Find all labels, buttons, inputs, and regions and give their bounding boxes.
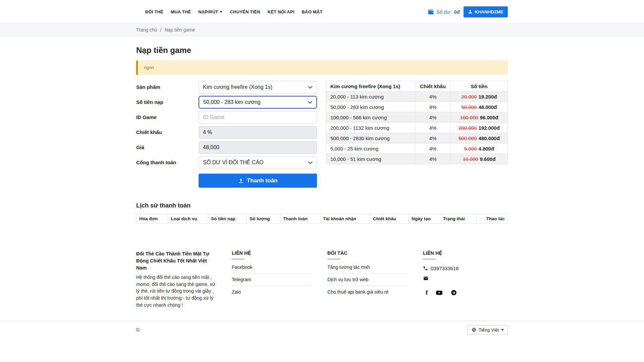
footer-about: Đổi Thẻ Cào Thành Tiền Mặt Tự Động Chiết… bbox=[136, 250, 232, 309]
amount-cell: 500.000480.000đ bbox=[451, 133, 508, 143]
pay-button[interactable]: Thanh toán bbox=[199, 174, 317, 188]
nav-item-bao-mat[interactable]: BẢO MẬT bbox=[298, 6, 326, 18]
chevron-down-icon bbox=[308, 160, 313, 165]
new-price: 192.000đ bbox=[478, 125, 499, 131]
breadcrumb-separator: / bbox=[160, 27, 162, 33]
facebook-icon[interactable]: f bbox=[426, 289, 428, 296]
footer-partners-title: ĐỐI TÁC bbox=[327, 250, 408, 256]
new-price: 4.800đ bbox=[478, 146, 494, 152]
phone-icon bbox=[423, 266, 428, 271]
history-header-row: Hóa đơn Loại dịch vụ Số tiền nạp Số lượn… bbox=[137, 214, 508, 224]
username: KHANHDZME bbox=[475, 9, 503, 14]
chevron-down-icon bbox=[308, 85, 313, 89]
table-row: 500,000 - 2830 kim cương 4% 500.000480.0… bbox=[326, 133, 508, 143]
price-table-header-row: Kim cương freefire (Xong 1s) Chiết khấu … bbox=[326, 81, 508, 92]
history-col-discount: Chiết khấu bbox=[370, 214, 409, 224]
nav-item-nap-rut[interactable]: NẠP/RÚT bbox=[195, 6, 226, 18]
main-nav: ĐỔI THẺ MUA THẺ NẠP/RÚT CHUYỂN TIỀN KẾT … bbox=[136, 6, 326, 18]
amount-select-value: 50,000 - 283 kim cương bbox=[203, 99, 261, 105]
id-game-label: ID Game bbox=[136, 111, 199, 124]
nav-item-doi-the[interactable]: ĐỔI THẺ bbox=[142, 6, 167, 18]
old-price: 5.000 bbox=[464, 146, 477, 152]
history-col-date: Ngày tạo bbox=[409, 214, 440, 224]
new-price: 480.000đ bbox=[478, 135, 499, 141]
user-account-button[interactable]: KHANHDZME bbox=[464, 6, 508, 17]
notice-alert: ngon bbox=[136, 60, 508, 75]
heading-underline bbox=[232, 259, 245, 259]
breadcrumb-home-link[interactable]: Trang chủ bbox=[136, 27, 157, 33]
wallet-icon bbox=[428, 9, 434, 15]
history-table: Hóa đơn Loại dịch vụ Số tiền nạp Số lượn… bbox=[136, 214, 508, 224]
footer-link-api-bank[interactable]: Cho thuê api bank giá siêu rẻ bbox=[327, 286, 408, 298]
table-row: 100,000 - 566 kim cương 4% 100.00096.000… bbox=[326, 112, 508, 123]
pack-cell: 100,000 - 566 kim cương bbox=[326, 112, 415, 123]
footer-about-title: Đổi Thẻ Cào Thành Tiền Mặt Tự Động Chiết… bbox=[136, 250, 217, 272]
chevron-down-icon bbox=[501, 329, 504, 331]
nav-item-ket-noi-api[interactable]: KẾT NỐI API bbox=[264, 6, 298, 18]
breadcrumb-current: Nạp tiền game bbox=[164, 27, 195, 33]
heading-underline bbox=[423, 259, 436, 259]
footer-link-mxh[interactable]: Tăng tương tác mxh bbox=[327, 261, 408, 274]
nav-item-chuyen-tien[interactable]: CHUYỂN TIỀN bbox=[226, 6, 264, 18]
footer: Đổi Thẻ Cào Thành Tiền Mặt Tự Động Chiết… bbox=[136, 224, 508, 309]
history-col-service: Loại dịch vụ bbox=[168, 214, 208, 224]
bottom-bar: © Tiếng Việt bbox=[0, 321, 644, 348]
amount-cell: 100.00096.000đ bbox=[451, 112, 508, 123]
new-price: 19.200đ bbox=[478, 94, 497, 100]
history-col-quantity: Số lượng bbox=[247, 214, 280, 224]
wallet-balance[interactable]: Số dư: 0đ bbox=[428, 9, 460, 15]
history-col-payment: Thanh toán bbox=[280, 214, 320, 224]
pack-cell: 200,000 - 1132 kim cương bbox=[326, 123, 415, 133]
pay-button-label: Thanh toán bbox=[247, 177, 278, 184]
product-select[interactable]: Kim cương freefire (Xong 1s) bbox=[199, 81, 317, 94]
product-select-value: Kim cương freefire (Xong 1s) bbox=[203, 84, 272, 90]
footer-link-zalo[interactable]: Zalo bbox=[232, 286, 312, 298]
breadcrumb: Trang chủ / Nạp tiền game bbox=[136, 27, 508, 33]
history-col-account: Tài khoản nhận bbox=[320, 214, 370, 224]
discount-cell: 4% bbox=[415, 154, 451, 164]
envelope-icon bbox=[423, 276, 429, 281]
footer-about-text: Hệ thống đổi thẻ cào sang tiền mặt , mom… bbox=[136, 274, 217, 309]
pack-cell: 5,000 - 25 kim cương bbox=[326, 143, 415, 154]
table-row: 200,000 - 1132 kim cương 4% 200.000192.0… bbox=[326, 123, 508, 133]
language-selector[interactable]: Tiếng Việt bbox=[468, 325, 508, 335]
nav-item-label: CHUYỂN TIỀN bbox=[230, 9, 260, 14]
balance-label: Số dư: bbox=[436, 9, 451, 15]
price-label: Giá bbox=[136, 141, 199, 154]
telegram-icon[interactable] bbox=[451, 290, 457, 296]
price-table: Kim cương freefire (Xong 1s) Chiết khấu … bbox=[326, 81, 508, 164]
table-row: 5,000 - 25 kim cương 4% 5.0004.800đ bbox=[326, 143, 508, 154]
gateway-label: Cổng thanh toán bbox=[136, 156, 199, 169]
history-col-status: Trạng thái bbox=[440, 214, 477, 224]
price-col-discount: Chiết khấu bbox=[415, 81, 451, 92]
discount-cell: 4% bbox=[415, 143, 451, 154]
footer-partners: ĐỐI TÁC Tăng tương tác mxh Dịch vụ lưu t… bbox=[327, 250, 423, 309]
heading-underline bbox=[327, 259, 340, 259]
discount-cell: 4% bbox=[415, 102, 451, 112]
footer-link-facebook[interactable]: Facebook bbox=[232, 261, 312, 274]
old-price: 100.000 bbox=[460, 115, 478, 120]
discount-cell: 4% bbox=[415, 92, 451, 102]
discount-cell: 4% bbox=[415, 112, 451, 123]
product-label: Sản phẩm bbox=[136, 81, 199, 94]
footer-contact-info: LIÊN HỆ 0397333616 f bbox=[423, 250, 508, 309]
notice-alert-text: ngon bbox=[144, 65, 154, 70]
amount-select[interactable]: 50,000 - 283 kim cương bbox=[199, 96, 317, 109]
id-game-input[interactable] bbox=[199, 111, 317, 124]
discount-label: Chiết khấu bbox=[136, 126, 199, 139]
discount-field bbox=[199, 126, 317, 139]
nav-item-mua-the[interactable]: MUA THẺ bbox=[167, 6, 195, 18]
phone-number[interactable]: 0397333616 bbox=[431, 265, 459, 271]
pack-cell: 20,000 - 113 kim cương bbox=[326, 92, 415, 102]
amount-cell: 20.00019.200đ bbox=[451, 92, 508, 102]
email-link[interactable] bbox=[423, 276, 429, 281]
footer-link-hosting[interactable]: Dịch vụ lưu trữ web bbox=[327, 274, 408, 286]
amount-label: Số tiền nạp bbox=[136, 96, 199, 109]
gateway-select-value: SỐ DƯ VÍ ĐỔI THẺ CÀO bbox=[203, 160, 264, 166]
youtube-icon[interactable] bbox=[436, 290, 443, 296]
nav-item-label: ĐỔI THẺ bbox=[145, 9, 163, 14]
gateway-select[interactable]: SỐ DƯ VÍ ĐỔI THẺ CÀO bbox=[199, 156, 317, 169]
footer-contact-links: LIÊN HỆ Facebook Telegram Zalo bbox=[232, 250, 327, 309]
topup-form: Sản phẩm Kim cương freefire (Xong 1s) Số… bbox=[136, 81, 317, 190]
footer-link-telegram[interactable]: Telegram bbox=[232, 274, 312, 286]
